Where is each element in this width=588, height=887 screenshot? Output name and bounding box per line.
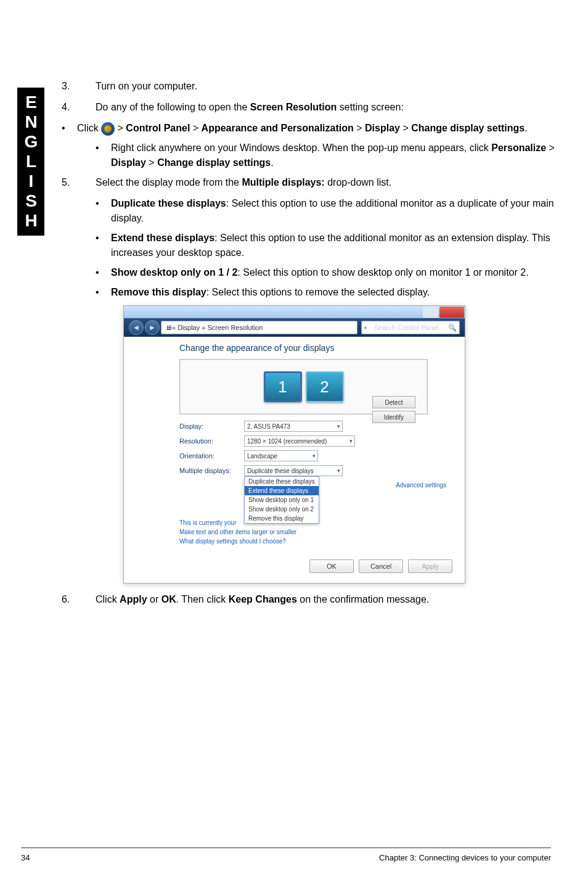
step-num: 3.: [62, 79, 96, 94]
bold-term: Apply: [120, 594, 147, 604]
monitor-2[interactable]: 2: [306, 371, 344, 402]
step-text: Turn on your computer.: [96, 79, 555, 94]
bullet-body: Right click anywhere on your Windows des…: [111, 141, 555, 170]
bullet: •: [96, 231, 111, 260]
chevron-down-icon: ▾: [337, 423, 340, 429]
step-num: 6.: [62, 592, 96, 607]
window-dropdown-icon[interactable]: [423, 307, 438, 318]
bold-term: Display: [111, 157, 146, 168]
bold-term: Extend these displays: [111, 233, 214, 243]
dropdown-item[interactable]: Remove this display: [245, 514, 319, 523]
text: .: [271, 157, 273, 168]
bold-term: Duplicate these displays: [111, 198, 226, 208]
bold-term: Control Panel: [126, 123, 190, 133]
search-icon: 🔍: [448, 324, 457, 332]
bullet-body: Duplicate these displays: Select this op…: [111, 196, 555, 226]
dropdown-item[interactable]: Extend these displays: [245, 486, 319, 495]
multiple-displays-select[interactable]: Duplicate these displays▾: [244, 465, 343, 476]
text: : Select this option to show desktop onl…: [237, 267, 528, 278]
text: . Then click: [176, 594, 229, 604]
apply-button[interactable]: Apply: [408, 559, 452, 573]
bold-term: Screen Resolution: [250, 102, 337, 112]
dropdown-item[interactable]: Show desktop only on 1: [245, 495, 319, 505]
bold-term: Remove this display: [111, 287, 206, 297]
advanced-settings-link[interactable]: Advanced settings: [396, 482, 446, 489]
text: drop-down list.: [325, 177, 392, 188]
doc-content: 3. Turn on your computer. 4. Do any of t…: [62, 79, 555, 305]
nav-back-button[interactable]: ◄: [129, 320, 144, 335]
text: Click: [96, 594, 120, 604]
bullet-body: Extend these displays: Select this optio…: [111, 231, 555, 260]
step-text: Click Apply or OK. Then click Keep Chang…: [96, 592, 555, 607]
resolution-select[interactable]: 1280 × 1024 (recommended)▾: [244, 435, 355, 447]
multiple-displays-dropdown: Duplicate these displays Extend these di…: [244, 476, 319, 524]
select-value: 1280 × 1024 (recommended): [247, 438, 327, 445]
text: This is currently your: [179, 519, 236, 526]
window-heading: Change the appearance of your displays: [179, 343, 428, 353]
step-num: 5.: [62, 175, 96, 190]
bold-term: OK: [161, 594, 176, 604]
monitor-1[interactable]: 1: [264, 371, 302, 402]
nav-forward-button[interactable]: ►: [145, 320, 160, 335]
select-value: Landscape: [247, 453, 277, 460]
bullet: •: [96, 141, 111, 170]
text: .: [525, 123, 527, 133]
select-value: 2. ASUS PA473: [247, 423, 290, 430]
text: setting screen:: [337, 102, 404, 112]
link-text[interactable]: Make text and other items larger or smal…: [179, 529, 428, 535]
text: >: [115, 123, 126, 133]
step-text: Do any of the following to open the Scre…: [96, 100, 555, 115]
text: Select the display mode from the: [96, 177, 242, 188]
bullet-body: Show desktop only on 1 / 2: Select this …: [111, 265, 555, 280]
bullet: •: [96, 265, 111, 280]
display-select[interactable]: 2. ASUS PA473▾: [244, 421, 343, 432]
cancel-button[interactable]: Cancel: [359, 559, 403, 573]
text: or: [147, 594, 161, 604]
window-titlebar: [124, 306, 465, 318]
start-icon: [101, 122, 115, 136]
ok-button[interactable]: OK: [309, 559, 354, 573]
breadcrumb-text: « Display » Screen Resolution: [172, 324, 263, 331]
detect-button[interactable]: Detect: [372, 396, 415, 408]
bullet-body: Click > Control Panel > Appearance and P…: [77, 121, 555, 136]
bold-term: Display: [365, 123, 400, 133]
text: Do any of the following to open the: [96, 102, 250, 112]
search-icon: •: [364, 324, 367, 331]
dialog-button-row: OK Cancel Apply: [124, 559, 452, 573]
search-placeholder: Search Control Panel: [374, 324, 439, 331]
window-body: Change the appearance of your displays 1…: [124, 337, 465, 551]
text: Right click anywhere on your Windows des…: [111, 142, 491, 153]
chevron-down-icon: ▾: [337, 468, 340, 474]
bullet-body: Remove this display: Select this options…: [111, 285, 555, 300]
screen-resolution-window: ◄ ► 🖥 « Display » Screen Resolution • Se…: [123, 305, 465, 584]
step-num: 4.: [62, 100, 96, 115]
dropdown-item[interactable]: Duplicate these displays: [245, 477, 319, 486]
bullet: •: [96, 196, 111, 226]
search-input[interactable]: • Search Control Panel 🔍: [361, 321, 460, 334]
bullet: •: [62, 121, 77, 136]
text: : Select this options to remove the sele…: [206, 287, 430, 297]
bold-term: Multiple displays:: [242, 177, 324, 188]
identify-button[interactable]: Identify: [372, 411, 415, 423]
step-text: Select the display mode from the Multipl…: [96, 175, 555, 190]
breadcrumb-icon: 🖥: [165, 324, 172, 331]
label-multiple-displays: Multiple displays:: [179, 467, 244, 474]
bold-term: Keep Changes: [229, 594, 297, 604]
link-text[interactable]: What display settings should I choose?: [179, 538, 428, 545]
window-navbar: ◄ ► 🖥 « Display » Screen Resolution • Se…: [124, 318, 465, 337]
bold-term: Appearance and Personalization: [202, 123, 354, 133]
dropdown-item[interactable]: Show desktop only on 2: [245, 505, 319, 514]
orientation-select[interactable]: Landscape▾: [244, 450, 318, 461]
page-footer: 34 Chapter 3: Connecting devices to your…: [21, 848, 551, 862]
language-tab: ENGLISH: [17, 88, 44, 236]
label-orientation: Orientation:: [179, 452, 244, 460]
text: on the confirmation message.: [297, 594, 429, 604]
bullet: •: [96, 285, 111, 300]
bold-term: Change display settings: [411, 123, 525, 133]
window-close-icon[interactable]: [439, 307, 464, 318]
label-resolution: Resolution:: [179, 437, 244, 445]
bold-term: Personalize: [491, 142, 546, 153]
breadcrumb[interactable]: 🖥 « Display » Screen Resolution: [161, 321, 357, 334]
chapter-title: Chapter 3: Connecting devices to your co…: [379, 853, 551, 862]
chevron-down-icon: ▾: [312, 453, 316, 459]
